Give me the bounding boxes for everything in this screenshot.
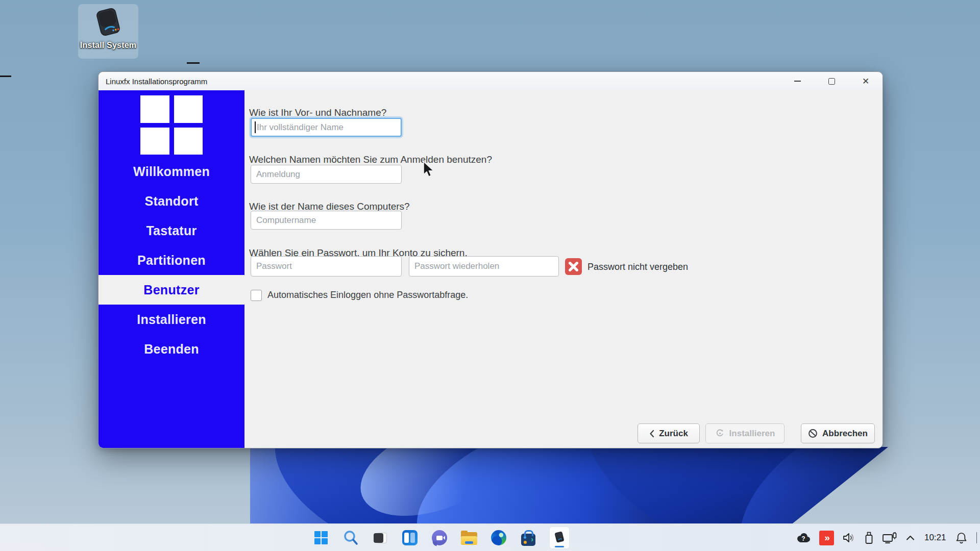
maximize-button[interactable] [820, 73, 843, 89]
svg-text:?: ? [801, 535, 805, 542]
window-titlebar[interactable]: Linuxfx Installationsprogramm [99, 72, 883, 90]
desktop-icon-install-system[interactable]: Install System [78, 4, 138, 59]
cloud-sync-tray-button[interactable]: ? [791, 532, 815, 544]
text-caret [255, 121, 256, 133]
autologin-checkbox[interactable] [251, 290, 262, 301]
minimize-icon [794, 81, 801, 82]
close-button[interactable]: ✕ [854, 73, 877, 89]
drive-icon [92, 7, 124, 40]
password-repeat-input[interactable] [409, 256, 559, 277]
display-tray-button[interactable] [878, 532, 901, 544]
minimize-button[interactable] [786, 73, 809, 89]
taskbar-clock[interactable]: 10:21 [919, 533, 951, 543]
widgets-icon [402, 530, 418, 545]
sidebar-item-willkommen[interactable]: Willkommen [99, 157, 244, 186]
task-view-icon [372, 528, 388, 548]
usb-tray-button[interactable] [860, 531, 878, 545]
installer-content: Wie ist Ihr Vor- und Nachname? Welchen N… [244, 90, 883, 448]
background-artifact [187, 62, 200, 64]
search-button[interactable] [342, 525, 359, 550]
background-artifact [0, 76, 11, 77]
maximize-icon [828, 78, 835, 85]
desktop-icon-label: Install System [80, 41, 136, 50]
anydesk-icon: » [819, 531, 834, 545]
tray-expand-button[interactable] [901, 535, 919, 541]
sidebar-item-installieren[interactable]: Installieren [99, 305, 244, 334]
volume-tray-button[interactable] [838, 532, 860, 543]
fullname-question: Wie ist Ihr Vor- und Nachname? [249, 107, 386, 118]
taskbar: › [0, 523, 980, 551]
edge-button[interactable] [490, 525, 507, 550]
cancel-icon [808, 429, 818, 438]
fullname-input[interactable] [251, 118, 402, 137]
chat-icon [432, 530, 447, 545]
notifications-button[interactable] [951, 532, 971, 544]
password-field-wrap [251, 256, 402, 277]
autologin-label: Automatisches Einloggen ohne Passwortabf… [267, 290, 468, 300]
sidebar-item-partitionen[interactable]: Partitionen [99, 245, 244, 275]
cancel-button[interactable]: Abbrechen [801, 423, 875, 443]
back-button[interactable]: Zurück [638, 423, 700, 443]
bell-icon [955, 532, 967, 544]
task-view-button[interactable] [372, 525, 389, 550]
installer-window: Linuxfx Installationsprogramm ✕ Willkomm… [98, 71, 883, 448]
cloud-sync-icon: ? [795, 532, 811, 544]
store-icon: › [521, 534, 535, 546]
password-repeat-field-wrap [409, 256, 559, 277]
start-button[interactable] [312, 525, 330, 550]
taskbar-install-system-app[interactable] [549, 527, 570, 549]
file-explorer-icon [461, 532, 477, 545]
computername-field-wrap [251, 211, 402, 230]
file-explorer-button[interactable] [460, 525, 478, 550]
desktop: Install System Linuxfx Installationsprog… [0, 0, 980, 551]
password-input[interactable] [251, 256, 402, 277]
install-icon [715, 429, 725, 438]
installer-sidebar: Willkommen Standort Tastatur Partitionen… [99, 90, 244, 448]
password-status-text: Passwort nicht vergeben [587, 262, 688, 272]
widgets-button[interactable] [401, 525, 419, 550]
edge-icon [491, 530, 506, 545]
usb-icon [864, 531, 874, 545]
display-icon [882, 532, 897, 544]
password-error-icon [565, 258, 582, 275]
username-input[interactable] [251, 165, 402, 184]
sidebar-item-standort[interactable]: Standort [99, 186, 244, 216]
show-desktop-button[interactable] [976, 532, 977, 543]
install-system-app-icon [553, 531, 566, 543]
search-icon [343, 530, 358, 545]
window-title: Linuxfx Installationsprogramm [106, 77, 207, 86]
mouse-cursor [423, 161, 435, 181]
sidebar-item-beenden[interactable]: Beenden [99, 334, 244, 364]
install-button[interactable]: Installieren [705, 423, 785, 443]
wallpaper-bloom [250, 447, 888, 523]
store-button[interactable]: › [520, 525, 537, 550]
close-icon: ✕ [862, 77, 869, 86]
sidebar-item-benutzer[interactable]: Benutzer [99, 275, 244, 305]
fullname-field-wrap [251, 118, 402, 137]
sidebar-item-tastatur[interactable]: Tastatur [99, 216, 244, 245]
username-question: Welchen Namen möchten Sie zum Anmelden b… [249, 154, 492, 165]
computername-input[interactable] [251, 211, 402, 230]
chevron-left-icon [649, 430, 654, 438]
chat-button[interactable] [431, 525, 448, 550]
chevron-up-icon [905, 535, 915, 541]
start-icon [314, 531, 328, 544]
username-field-wrap [251, 165, 402, 184]
linuxfx-windows-logo [140, 95, 203, 155]
volume-icon [842, 532, 856, 543]
anydesk-tray-button[interactable]: » [815, 531, 838, 545]
active-app-indicator [555, 546, 564, 548]
